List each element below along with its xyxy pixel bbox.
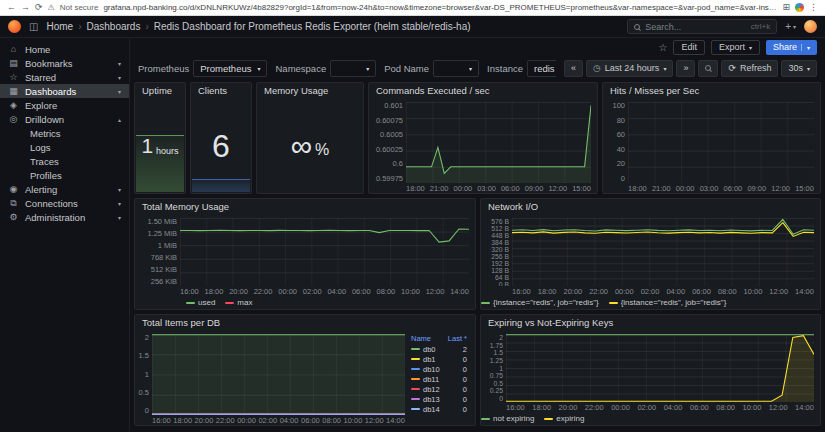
sidebar-item[interactable]: ⌂ Home xyxy=(0,42,129,56)
panel-title[interactable]: Commands Executed / sec xyxy=(369,83,597,99)
panel-title[interactable]: Hits / Misses per Sec xyxy=(603,83,820,99)
reload-icon[interactable]: ⟳ xyxy=(35,3,43,12)
time-back-button[interactable]: « xyxy=(564,60,583,77)
expiring-keys-chart-plot[interactable] xyxy=(506,334,814,402)
extensions-icon[interactable]: ⊞ xyxy=(782,3,790,12)
y-tick-label: 576 B xyxy=(491,218,509,225)
legend-col-name[interactable]: Name xyxy=(411,334,431,344)
not-secure-warning-icon[interactable]: ⚠ xyxy=(48,4,55,12)
chevron-icon: ▴ xyxy=(118,116,121,123)
series-swatch xyxy=(411,388,420,390)
x-tick-label: 06:00 xyxy=(352,288,371,296)
panel-title[interactable]: Uptime xyxy=(135,83,185,99)
variable-value-dropdown[interactable]: Prometheus▾ xyxy=(193,60,267,77)
variable-label: Instance xyxy=(487,63,523,74)
forward-icon[interactable]: → xyxy=(21,3,30,12)
sidebar-item[interactable]: ⧉ Connections ▾ xyxy=(0,196,129,210)
back-icon[interactable]: ← xyxy=(7,3,16,12)
breadcrumb-item[interactable]: Home xyxy=(46,21,73,32)
panel-total-memory: Total Memory Usage 1.50 MiB1.25 MiB1 MiB… xyxy=(134,198,476,310)
legend-row[interactable]: db14 0 xyxy=(411,404,467,414)
legend-item[interactable]: expiring xyxy=(544,414,584,423)
series-swatch xyxy=(609,302,618,304)
sidebar-item[interactable]: Traces xyxy=(0,154,129,168)
commands-chart-plot[interactable] xyxy=(406,102,591,183)
url-bar[interactable]: grafana.npd-banking.co/d/xDNLNRKUWz/4b82… xyxy=(103,3,777,12)
legend-item[interactable]: used xyxy=(186,298,215,307)
sidebar-item[interactable]: Metrics xyxy=(0,126,129,140)
sidebar-item[interactable]: Logs xyxy=(0,140,129,154)
sidebar-item[interactable]: ◉ Alerting ▾ xyxy=(0,182,129,196)
x-tick-label: 00:00 xyxy=(278,288,297,296)
x-tick-label: 16:00 xyxy=(512,288,531,296)
legend-row[interactable]: db13 0 xyxy=(411,394,467,404)
sidebar-item[interactable]: ☆ Starred ▾ xyxy=(0,70,129,84)
legend-row[interactable]: db12 0 xyxy=(411,384,467,394)
sidebar-toggle-icon[interactable]: ◫ xyxy=(29,21,38,32)
legend-row[interactable]: db11 0 xyxy=(411,374,467,384)
sidebar-item[interactable]: ▤ Bookmarks ▾ xyxy=(0,56,129,70)
zoom-out-button[interactable] xyxy=(698,60,718,77)
legend-item[interactable]: not expiring xyxy=(481,414,534,423)
network-io-chart-plot[interactable] xyxy=(512,218,814,286)
time-range-button[interactable]: ◷Last 24 hours▾ xyxy=(586,60,673,77)
legend-row[interactable]: db10 0 xyxy=(411,364,467,374)
chevron-down-icon: ▾ xyxy=(801,44,810,51)
chevron-icon: ▾ xyxy=(118,186,121,193)
add-menu-button[interactable]: +▾ xyxy=(785,21,796,32)
chevron-icon: ▾ xyxy=(118,74,121,81)
x-tick-label: 15:00 xyxy=(572,185,591,193)
breadcrumb-item[interactable]: Redis Dashboard for Prometheus Redis Exp… xyxy=(140,21,470,32)
x-tick-label: 12:00 xyxy=(548,185,567,193)
x-tick-label: 00:00 xyxy=(237,417,256,425)
legend-table-rows: db0 2 db1 0 xyxy=(411,344,467,414)
panel-title[interactable]: Total Memory Usage xyxy=(135,199,475,215)
panel-title[interactable]: Total Items per DB xyxy=(135,315,475,331)
total-memory-chart-plot[interactable] xyxy=(180,218,469,286)
x-tick-label: 21:00 xyxy=(430,185,449,193)
search-box[interactable]: Search... ctrl+k xyxy=(627,19,777,34)
share-button[interactable]: Share▾ xyxy=(766,40,817,55)
browser-profile-avatar[interactable] xyxy=(795,3,804,12)
legend-row[interactable]: db0 2 xyxy=(411,344,467,354)
legend-item[interactable]: {instance="redis", job="redis"} xyxy=(481,298,599,307)
breadcrumb-item[interactable]: Dashboards xyxy=(73,21,140,32)
refresh-button[interactable]: ⟳Refresh xyxy=(721,60,778,77)
items-per-db-chart-plot[interactable] xyxy=(152,334,405,415)
y-tick-label: 64 B xyxy=(495,274,509,281)
y-tick-label: 256 B xyxy=(491,253,509,260)
legend-item[interactable]: {instance="redis", job="redis"} xyxy=(609,298,727,307)
x-tick-label: 00:00 xyxy=(615,288,634,296)
sidebar-item[interactable]: Profiles xyxy=(0,168,129,182)
panel-title[interactable]: Clients xyxy=(191,83,251,99)
browser-menu-icon[interactable]: ⋮ xyxy=(809,3,818,12)
sidebar-item[interactable]: ◎ Drilldown ▴ xyxy=(0,112,129,126)
legend-col-last[interactable]: Last * xyxy=(448,334,467,344)
user-avatar[interactable] xyxy=(804,20,817,33)
variable-value-dropdown[interactable]: redis▾ xyxy=(527,60,556,77)
time-forward-button[interactable]: » xyxy=(676,60,695,77)
panel-title[interactable]: Expiring vs Not-Expiring Keys xyxy=(481,315,820,331)
sidebar-item[interactable]: ⚙ Administration ▾ xyxy=(0,210,129,224)
export-button[interactable]: Export▾ xyxy=(711,40,760,55)
edit-button[interactable]: Edit xyxy=(673,40,705,55)
sidebar-item[interactable]: ▦ Dashboards ▾ xyxy=(0,84,129,98)
variable-picker: Instance redis▾ xyxy=(487,60,556,77)
x-tick-label: 04:00 xyxy=(327,288,346,296)
series-swatch xyxy=(481,302,490,304)
panel-title[interactable]: Memory Usage xyxy=(257,83,363,99)
sidebar-item[interactable]: ◈ Explore xyxy=(0,98,129,112)
legend-item[interactable]: max xyxy=(225,298,252,307)
y-tick-label: 40 xyxy=(617,146,625,154)
refresh-interval-button[interactable]: 30s▾ xyxy=(781,60,817,77)
variable-value-dropdown[interactable]: ▾ xyxy=(433,60,479,77)
variable-value-dropdown[interactable]: ▾ xyxy=(330,60,376,77)
panel-title[interactable]: Network I/O xyxy=(481,199,820,215)
x-tick-label: 08:00 xyxy=(718,288,737,296)
y-tick-label: 0.6 xyxy=(393,160,403,168)
grafana-logo[interactable] xyxy=(8,20,21,33)
legend-row[interactable]: db1 0 xyxy=(411,354,467,364)
star-dashboard-icon[interactable]: ☆ xyxy=(658,42,667,53)
sidebar-item-label: Alerting xyxy=(25,184,57,195)
hits-misses-chart-plot[interactable] xyxy=(628,102,814,183)
